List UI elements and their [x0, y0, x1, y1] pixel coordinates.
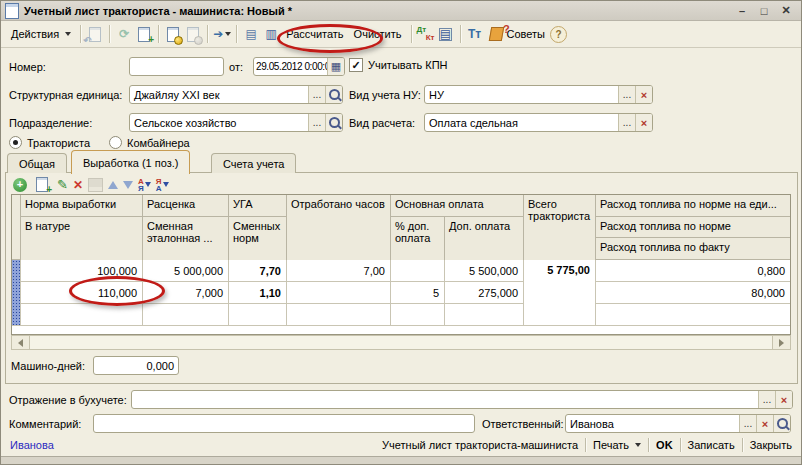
column-header[interactable]: Расценка	[143, 195, 229, 217]
sort-descending-icon[interactable]: ЯА	[156, 178, 169, 192]
reread-icon[interactable]: ↶	[86, 26, 104, 43]
document-register-icon[interactable]: ▤	[437, 26, 455, 43]
select-dots-button[interactable]: ...	[308, 86, 325, 103]
copy-row-icon[interactable]: +	[33, 176, 51, 193]
responsible-input[interactable]: Иванова ... ×	[565, 414, 791, 433]
column-header[interactable]: % доп. оплата	[391, 217, 445, 260]
selector-header-cell	[12, 195, 21, 260]
table-cell[interactable]: 1,10	[229, 282, 287, 304]
scroll-right-icon[interactable]	[772, 336, 790, 349]
clear-value-button[interactable]: ×	[635, 114, 652, 131]
table-cell[interactable]: 0,800	[596, 260, 790, 282]
structure-icon[interactable]: ▤	[242, 26, 260, 43]
table-cell[interactable]: 80,000	[596, 282, 790, 304]
post-document-icon[interactable]	[164, 26, 182, 43]
column-header[interactable]: Всего тракториста	[524, 195, 596, 260]
copy-icon[interactable]: +	[135, 26, 153, 43]
end-edit-icon[interactable]	[88, 178, 103, 192]
tab-output[interactable]: Выработка (1 поз.)	[71, 150, 190, 174]
separator	[109, 25, 110, 43]
add-row-icon[interactable]: +	[13, 178, 27, 192]
description-icon[interactable]: Тт	[466, 26, 484, 43]
date-input[interactable]: 29.05.2012 0:00:00 ▦	[253, 57, 345, 76]
clear-value-button[interactable]: ×	[775, 391, 792, 408]
separator	[742, 438, 743, 452]
sort-ascending-icon[interactable]: АЯ	[138, 178, 151, 192]
select-dots-button[interactable]: ...	[618, 86, 635, 103]
tab-accounts[interactable]: Счета учета	[211, 153, 296, 173]
column-header[interactable]: В натуре	[21, 217, 143, 260]
reflection-input[interactable]: ... ×	[131, 390, 793, 409]
column-header[interactable]: Расход топлива по норме на еди...	[596, 195, 790, 217]
table-cell[interactable]	[143, 304, 229, 326]
save-button[interactable]: Записать	[688, 439, 735, 451]
column-group-header[interactable]: Основная оплата	[391, 195, 524, 217]
scroll-left-icon[interactable]	[12, 336, 30, 349]
select-dots-button[interactable]: ...	[739, 415, 756, 432]
column-header[interactable]: Сменных норм	[229, 217, 287, 260]
machine-days-label: Машино-дней:	[11, 360, 85, 372]
nu-kind-input[interactable]: НУ ... ×	[424, 85, 653, 104]
table-cell[interactable]	[229, 304, 287, 326]
refresh-icon[interactable]: ⟳	[115, 26, 133, 43]
table-cell[interactable]	[21, 304, 143, 326]
actions-menu[interactable]: Действия	[6, 26, 76, 42]
select-dots-button[interactable]: ...	[758, 391, 775, 408]
column-header[interactable]: Сменная эталонная ...	[143, 217, 229, 260]
current-row-marker[interactable]	[12, 260, 21, 326]
table-cell[interactable]: 5	[391, 282, 445, 304]
ok-button[interactable]: OK	[656, 439, 673, 451]
go-to-icon[interactable]: ➔	[213, 26, 231, 43]
structural-unit-input[interactable]: Джайляу XXI век ...	[129, 85, 343, 104]
column-header[interactable]: Расход топлива по норме	[596, 217, 790, 238]
table-cell[interactable]	[596, 304, 790, 326]
tab-general[interactable]: Общая	[7, 153, 67, 173]
move-down-icon[interactable]	[123, 181, 133, 189]
table-cell[interactable]: 7,00	[287, 260, 391, 282]
help-icon[interactable]: ?	[550, 26, 567, 43]
table-cell[interactable]: 275,000	[445, 282, 524, 304]
table-cell[interactable]	[391, 260, 445, 282]
column-header[interactable]: Доп. оплата	[445, 217, 524, 260]
column-header[interactable]: Отработано часов	[287, 195, 391, 260]
delete-row-icon[interactable]: ✕	[73, 178, 83, 192]
table-cell[interactable]	[391, 304, 445, 326]
kpn-checkbox[interactable]: ✓ Учитывать КПН	[349, 58, 448, 72]
table-cell[interactable]: 5 500,000	[445, 260, 524, 282]
maximize-button[interactable]: □	[757, 4, 771, 18]
column-header[interactable]: Расход топлива по факту	[596, 238, 790, 260]
close-button[interactable]: ✕	[779, 4, 793, 18]
machine-days-input[interactable]: 0,000	[93, 356, 179, 375]
column-header[interactable]: УГА	[229, 195, 287, 217]
clear-value-button[interactable]: ×	[756, 415, 773, 432]
move-up-icon[interactable]	[108, 181, 118, 189]
table-cell-total[interactable]: 5 775,00	[524, 260, 596, 326]
magnifier-icon[interactable]	[773, 415, 790, 432]
column-header[interactable]: Норма выработки	[21, 195, 143, 217]
debit-credit-icon[interactable]: ДтКт	[417, 26, 435, 43]
select-dots-button[interactable]: ...	[618, 114, 635, 131]
table-cell[interactable]	[445, 304, 524, 326]
table-horizontal-scrollbar[interactable]	[11, 335, 791, 350]
number-input[interactable]	[129, 57, 224, 76]
print-button[interactable]: Печать	[593, 439, 641, 451]
table-cell[interactable]	[287, 304, 391, 326]
table-cell[interactable]	[287, 282, 391, 304]
select-dots-button[interactable]: ...	[308, 114, 325, 131]
clear-value-button[interactable]: ×	[635, 86, 652, 103]
table-cell[interactable]: 7,70	[229, 260, 287, 282]
radio-combine[interactable]: Комбайнера	[109, 136, 190, 149]
comment-input[interactable]	[93, 414, 475, 433]
magnifier-icon[interactable]	[325, 86, 342, 103]
table-cell[interactable]: 5 000,000	[143, 260, 229, 282]
calendar-icon[interactable]: ▦	[327, 58, 344, 75]
close-form-button[interactable]: Закрыть	[750, 439, 792, 451]
magnifier-icon[interactable]	[325, 114, 342, 131]
unpost-document-icon[interactable]	[184, 26, 202, 43]
minimize-button[interactable]: –	[735, 4, 749, 18]
edit-row-icon[interactable]: ✎	[57, 177, 68, 192]
tips-button[interactable]: ? Советы	[485, 25, 550, 43]
radio-tractor[interactable]: Тракториста	[9, 136, 90, 149]
calc-kind-input[interactable]: Оплата сдельная ... ×	[424, 113, 653, 132]
department-input[interactable]: Сельское хозяйство ...	[129, 113, 343, 132]
